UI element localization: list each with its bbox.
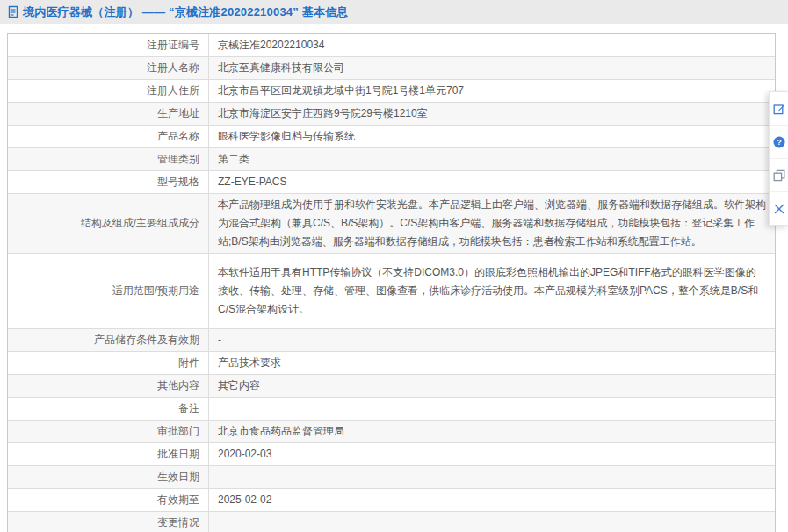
field-label-text: 审批部门: [157, 422, 199, 441]
field-value: 眼科医学影像归档与传输系统: [209, 126, 775, 147]
page-header: 境内医疗器械（注册） —— “京械注准20202210034” 基本信息: [0, 0, 788, 24]
field-label-text: 注册人名称: [147, 59, 199, 77]
field-value-text: 北京市海淀区安宁庄西路9号院29号楼1210室: [218, 104, 428, 123]
field-label: 批准日期: [8, 443, 209, 465]
field-value: 2025-02-02: [209, 489, 775, 511]
field-value-text: 其它内容: [218, 377, 260, 395]
table-row: 注册证编号京械注准20202210034: [8, 34, 775, 56]
field-label-text: 型号规格: [157, 173, 199, 191]
help-icon: ?: [773, 136, 785, 148]
field-label: 备注: [8, 398, 209, 420]
field-label-text: 有效期至: [157, 491, 199, 509]
table-row: 产品储存条件及有效期-: [8, 328, 775, 351]
field-label-text: 生产地址: [157, 104, 199, 123]
field-label-text: 管理类别: [157, 150, 199, 169]
edit-icon: [773, 103, 785, 115]
table-row: 附件产品技术要求: [8, 351, 775, 374]
field-label-text: 备注: [178, 399, 199, 418]
table-row: 产品名称眼科医学影像归档与传输系统: [8, 125, 775, 147]
field-label: 注册证编号: [8, 34, 209, 56]
field-label-text: 批准日期: [157, 445, 199, 464]
field-label: 其他内容: [8, 375, 209, 397]
field-label-text: 注册证编号: [147, 36, 199, 54]
table-row: 变更情况: [8, 511, 775, 532]
close-icon: [774, 204, 784, 214]
field-value-text: ZZ-EYE-PACS: [218, 173, 286, 191]
field-value-text: 眼科医学影像归档与传输系统: [218, 127, 355, 146]
field-label-text: 产品储存条件及有效期: [94, 331, 199, 349]
field-label-text: 其他内容: [157, 377, 199, 395]
field-value-text: 2020-02-03: [218, 445, 271, 464]
field-label: 附件: [8, 352, 209, 374]
field-label: 型号规格: [8, 171, 209, 193]
table-row: 其他内容其它内容: [8, 374, 775, 397]
field-label: 适用范围/预期用途: [8, 254, 209, 328]
table-row: 备注: [8, 397, 775, 420]
field-value: 2020-02-03: [209, 443, 775, 465]
table-row: 生效日期: [8, 465, 775, 488]
table-row: 批准日期2020-02-03: [8, 442, 775, 465]
field-label-text: 附件: [178, 354, 199, 372]
table-row: 有效期至2025-02-02: [8, 488, 775, 511]
field-value: 产品技术要求: [209, 352, 775, 374]
document-icon: [7, 5, 19, 18]
field-value: [209, 466, 775, 488]
field-value: 北京市海淀区安宁庄西路9号院29号楼1210室: [209, 103, 775, 125]
field-value: 北京市食品药品监督管理局: [209, 421, 775, 442]
field-label-text: 结构及组成/主要组成成分: [81, 214, 199, 233]
field-value: 其它内容: [209, 375, 775, 397]
field-label: 生产地址: [8, 103, 209, 125]
info-table: 注册证编号京械注准20202210034注册人名称北京至真健康科技有限公司注册人…: [7, 33, 776, 532]
field-value: -: [209, 329, 775, 351]
field-value-text: 北京市昌平区回龙观镇龙域中街1号院1号楼1单元707: [218, 82, 464, 100]
field-value-text: 京械注准20202210034: [218, 36, 324, 54]
table-row: 结构及组成/主要组成成分本产品物理组成为使用手册和软件安装光盘。本产品逻辑上由客…: [8, 193, 775, 253]
field-value: 第二类: [209, 148, 775, 170]
field-label: 注册人名称: [8, 57, 209, 79]
field-label-text: 变更情况: [157, 514, 199, 532]
print-button[interactable]: [770, 158, 788, 191]
table-row: 生产地址北京市海淀区安宁庄西路9号院29号楼1210室: [8, 102, 775, 125]
table-row: 管理类别第二类: [8, 147, 775, 170]
field-label: 管理类别: [8, 148, 209, 170]
field-label: 产品名称: [8, 126, 209, 147]
table-row: 注册人住所北京市昌平区回龙观镇龙域中街1号院1号楼1单元707: [8, 79, 775, 102]
close-button[interactable]: [770, 191, 788, 225]
field-value: 北京市昌平区回龙观镇龙域中街1号院1号楼1单元707: [209, 80, 775, 102]
table-row: 适用范围/预期用途本软件适用于具有HTTP传输协议（不支持DICOM3.0）的眼…: [8, 253, 775, 328]
field-value-text: 产品技术要求: [218, 354, 281, 372]
field-value: 京械注准20202210034: [209, 34, 775, 56]
field-label: 注册人住所: [8, 80, 209, 102]
field-label: 变更情况: [8, 512, 209, 532]
field-value: 本产品物理组成为使用手册和软件安装光盘。本产品逻辑上由客户端、浏览器端、服务器端…: [209, 194, 775, 253]
table-row: 注册人名称北京至真健康科技有限公司: [8, 56, 775, 79]
field-label: 有效期至: [8, 489, 209, 511]
field-label: 生效日期: [8, 466, 209, 488]
field-value-text: 第二类: [218, 150, 249, 169]
field-label: 产品储存条件及有效期: [8, 329, 209, 351]
field-label-text: 产品名称: [157, 127, 199, 146]
field-value-text: 本软件适用于具有HTTP传输协议（不支持DICOM3.0）的眼底彩色照相机输出的…: [218, 263, 766, 319]
table-row: 审批部门北京市食品药品监督管理局: [8, 420, 775, 442]
help-button[interactable]: ?: [770, 125, 788, 158]
field-value: [209, 398, 775, 420]
field-value-text: -: [218, 331, 221, 349]
page-title: 境内医疗器械（注册） —— “京械注准20202210034” 基本信息: [23, 4, 349, 20]
print-icon: [773, 169, 785, 182]
field-label: 审批部门: [8, 421, 209, 442]
field-value-text: 2025-02-02: [218, 491, 271, 509]
side-toolbar: ?: [769, 91, 788, 226]
edit-button[interactable]: [770, 92, 788, 125]
field-label-text: 适用范围/预期用途: [112, 282, 199, 300]
table-row: 型号规格ZZ-EYE-PACS: [8, 170, 775, 193]
field-value-text: 本产品物理组成为使用手册和软件安装光盘。本产品逻辑上由客户端、浏览器端、服务器端…: [218, 196, 766, 251]
field-label: 结构及组成/主要组成成分: [8, 194, 209, 253]
field-value: 本软件适用于具有HTTP传输协议（不支持DICOM3.0）的眼底彩色照相机输出的…: [209, 254, 775, 328]
field-value: [209, 512, 775, 532]
field-label-text: 注册人住所: [147, 82, 199, 100]
field-value: 北京至真健康科技有限公司: [209, 57, 775, 79]
field-value-text: 北京至真健康科技有限公司: [218, 59, 344, 77]
field-label-text: 生效日期: [157, 468, 199, 486]
field-value: ZZ-EYE-PACS: [209, 171, 775, 193]
field-value-text: 北京市食品药品监督管理局: [218, 422, 344, 441]
